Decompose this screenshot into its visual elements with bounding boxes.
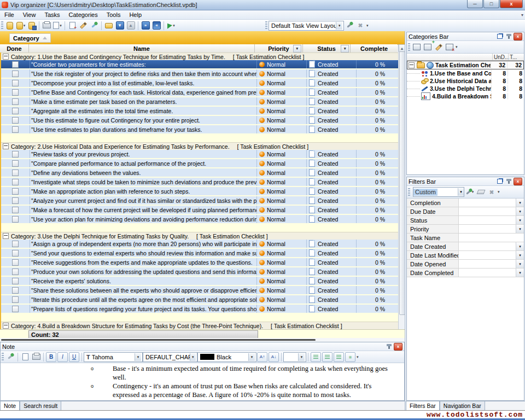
- font-size-combo[interactable]: ▾: [283, 352, 306, 362]
- status-cell[interactable]: Created: [306, 97, 356, 106]
- underline-button[interactable]: U: [69, 352, 79, 362]
- status-filter-dropdown-icon[interactable]: ▾: [341, 45, 349, 52]
- charset-combo-dropdown-icon[interactable]: ▾: [190, 353, 196, 361]
- column-header-status[interactable]: Status ▾: [303, 44, 351, 52]
- font-combo-dropdown-icon[interactable]: ▾: [135, 353, 141, 361]
- tree-item-root[interactable]: Task Estimation Checklist3232: [407, 61, 524, 69]
- filters-pin-icon[interactable]: [505, 178, 512, 185]
- complete-cell[interactable]: 0 %: [356, 295, 399, 304]
- task-row[interactable]: "Decompose your project into a list of e…: [1, 79, 399, 87]
- complete-cell[interactable]: 0 %: [356, 249, 399, 257]
- menu-file[interactable]: File: [0, 11, 19, 19]
- tab-search-result[interactable]: Search result: [20, 401, 61, 411]
- priority-cell[interactable]: Normal: [256, 240, 306, 248]
- priority-filter-dropdown-icon[interactable]: ▾: [293, 45, 301, 52]
- done-cell[interactable]: [1, 107, 30, 115]
- priority-cell[interactable]: Normal: [256, 187, 306, 195]
- tree-item-category[interactable]: 2.Use Historical Data and E88: [407, 77, 524, 85]
- collapse-all-button[interactable]: »: [151, 21, 162, 31]
- complete-cell[interactable]: 0 %: [356, 125, 399, 133]
- priority-cell[interactable]: Normal: [256, 69, 306, 78]
- priority-cell[interactable]: Normal: [256, 116, 306, 124]
- done-cell[interactable]: [1, 240, 30, 248]
- horizontal-splitter[interactable]: [0, 338, 405, 342]
- bullet-list-button[interactable]: ≡: [345, 352, 355, 362]
- status-cell[interactable]: Created: [306, 305, 356, 313]
- complete-cell[interactable]: 0 %: [356, 196, 399, 205]
- task-row[interactable]: "Make a forecast of how the current proj…: [1, 206, 399, 214]
- done-cell[interactable]: [1, 295, 30, 304]
- status-cell[interactable]: Created: [306, 277, 356, 285]
- close-button[interactable]: x: [500, 0, 523, 8]
- done-cell[interactable]: [1, 150, 30, 158]
- task-row[interactable]: "Share these solutions between all the e…: [1, 286, 399, 294]
- done-checkbox[interactable]: [12, 250, 19, 256]
- done-checkbox[interactable]: [12, 126, 19, 133]
- filter-value-field[interactable]: [459, 216, 516, 224]
- task-row[interactable]: "Aggregate all the estimates into the to…: [1, 107, 399, 115]
- priority-cell[interactable]: Normal: [256, 168, 306, 177]
- filter-value-field[interactable]: [459, 242, 516, 250]
- task-name-cell[interactable]: "Iterate this procedure until all the ex…: [30, 295, 256, 304]
- shrink-font-button[interactable]: A↓: [269, 352, 279, 362]
- minimize-button[interactable]: ─: [467, 0, 483, 8]
- done-cell[interactable]: [1, 196, 30, 205]
- menu-tasks[interactable]: Tasks: [40, 11, 64, 19]
- priority-cell[interactable]: Normal: [256, 215, 306, 223]
- filter-dropdown-icon[interactable]: ▾: [516, 242, 524, 250]
- status-cell[interactable]: Created: [306, 107, 356, 115]
- done-cell[interactable]: [1, 277, 30, 285]
- done-checkbox[interactable]: [12, 151, 19, 158]
- done-cell[interactable]: [1, 258, 30, 266]
- delete-task-button[interactable]: [89, 21, 100, 31]
- align-right-button[interactable]: [334, 352, 344, 362]
- clear-layout-button[interactable]: ✖: [355, 21, 366, 31]
- priority-cell[interactable]: Normal: [256, 159, 306, 167]
- priority-cell[interactable]: Normal: [256, 79, 306, 87]
- filters-toolbar-overflow-icon[interactable]: ▾: [498, 190, 500, 194]
- done-checkbox[interactable]: [12, 160, 19, 167]
- priority-cell[interactable]: Normal: [256, 178, 306, 186]
- done-checkbox[interactable]: [12, 278, 19, 284]
- status-cell[interactable]: Created: [306, 168, 356, 177]
- status-cell[interactable]: Created: [306, 295, 356, 304]
- task-row[interactable]: "Compare planned performance to actual p…: [1, 159, 399, 167]
- align-left-button[interactable]: [311, 352, 321, 362]
- status-cell[interactable]: Created: [306, 258, 356, 266]
- filters-close-icon[interactable]: x: [514, 178, 522, 185]
- task-name-cell[interactable]: "Make a time estimate per task based on …: [30, 97, 256, 106]
- filter-value-field[interactable]: [459, 199, 516, 207]
- collapse-group-icon[interactable]: [3, 54, 9, 60]
- done-cell[interactable]: [1, 187, 30, 195]
- filter-value-field[interactable]: [459, 225, 516, 233]
- status-cell[interactable]: Created: [306, 196, 356, 205]
- filter-dropdown-icon[interactable]: ▾: [516, 199, 524, 207]
- move-up-button[interactable]: ▲: [125, 21, 136, 31]
- done-cell[interactable]: [1, 60, 30, 68]
- collapse-group-icon[interactable]: [3, 323, 9, 329]
- print-preview-button[interactable]: ▾: [52, 21, 63, 31]
- note-pin-icon[interactable]: [385, 343, 393, 350]
- task-row[interactable]: "Use the risk register of your project t…: [1, 69, 399, 78]
- task-name-cell[interactable]: "Compare planned performance to actual p…: [30, 159, 256, 167]
- done-checkbox[interactable]: [12, 80, 19, 86]
- complete-cell[interactable]: 0 %: [356, 60, 399, 68]
- color-combo-dropdown-icon[interactable]: ▾: [248, 353, 255, 361]
- filter-dropdown-icon[interactable]: ▾: [516, 225, 524, 233]
- priority-cell[interactable]: Normal: [256, 125, 306, 133]
- filter-dropdown-icon[interactable]: ▾: [516, 207, 524, 215]
- task-name-cell[interactable]: "Investigate what steps could be taken t…: [30, 178, 256, 186]
- delete-category-button[interactable]: x: [444, 42, 455, 52]
- menu-tools[interactable]: Tools: [102, 11, 125, 19]
- bold-button[interactable]: B: [46, 352, 56, 362]
- priority-cell[interactable]: Normal: [256, 60, 306, 68]
- complete-cell[interactable]: 0 %: [356, 178, 399, 186]
- menu-categories[interactable]: Categories: [65, 11, 102, 19]
- complete-cell[interactable]: 0 %: [356, 69, 399, 78]
- task-row[interactable]: "Use time estimates to plan durations an…: [1, 125, 399, 133]
- task-row[interactable]: "Assign a group of independent experts (…: [1, 240, 399, 248]
- tree-item-category[interactable]: 4.Build a Breakdown Structu88: [407, 92, 524, 100]
- status-cell[interactable]: Created: [306, 79, 356, 87]
- status-cell[interactable]: Created: [306, 116, 356, 124]
- done-cell[interactable]: [1, 206, 30, 214]
